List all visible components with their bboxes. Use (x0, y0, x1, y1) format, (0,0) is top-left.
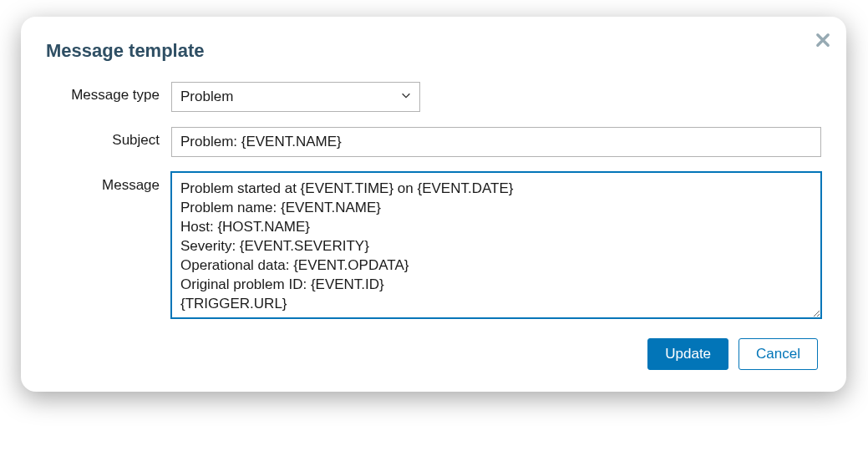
message-type-value: Problem (180, 89, 233, 105)
cancel-button[interactable]: Cancel (739, 338, 818, 370)
message-type-row: Message type Problem (46, 82, 821, 112)
message-template-dialog: Message template Message type Problem Su… (21, 17, 846, 392)
subject-input[interactable] (171, 127, 821, 157)
message-textarea[interactable]: Problem started at {EVENT.TIME} on {EVEN… (171, 172, 821, 318)
close-icon[interactable] (815, 32, 831, 48)
subject-row: Subject (46, 127, 821, 157)
message-label: Message (46, 172, 171, 194)
subject-label: Subject (46, 127, 171, 149)
dialog-title: Message template (46, 40, 821, 62)
update-button[interactable]: Update (647, 338, 728, 370)
message-row: Message Problem started at {EVENT.TIME} … (46, 172, 821, 322)
button-row: Update Cancel (46, 338, 821, 370)
message-type-select[interactable]: Problem (171, 82, 420, 112)
message-type-label: Message type (46, 82, 171, 104)
